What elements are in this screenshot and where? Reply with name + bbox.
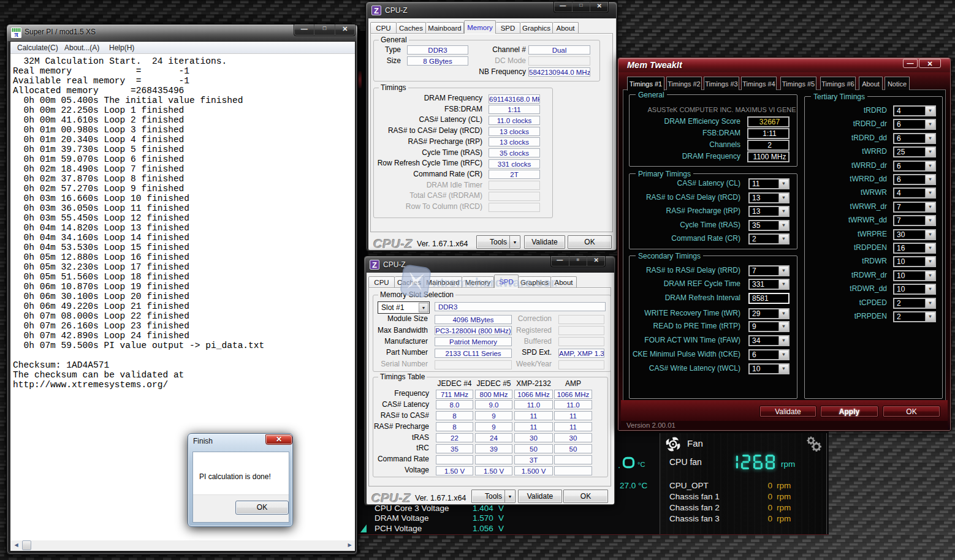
svg-text:π: π: [14, 30, 18, 38]
svg-text:xtremehardware.com: xtremehardware.com: [433, 275, 557, 289]
